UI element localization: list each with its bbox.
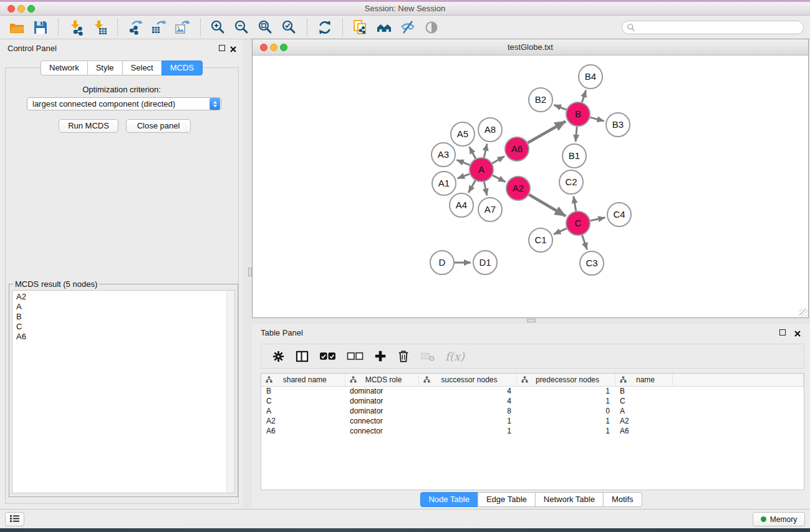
- cell-successor-nodes[interactable]: 1: [418, 416, 516, 426]
- tab-mcds[interactable]: MCDS: [162, 60, 203, 75]
- cell-successor-nodes[interactable]: 4: [418, 396, 516, 406]
- mcds-result-item[interactable]: A2: [16, 292, 224, 302]
- graph-node-B2[interactable]: B2: [529, 88, 552, 112]
- table-panel-float-icon[interactable]: [779, 329, 786, 336]
- refresh-button[interactable]: [315, 18, 335, 37]
- export-image-button[interactable]: [173, 18, 193, 37]
- cell-name[interactable]: A: [615, 406, 672, 416]
- table-panel-close-icon[interactable]: [794, 329, 801, 336]
- table-row[interactable]: A2connector11A2: [261, 416, 804, 426]
- tab-motifs[interactable]: Motifs: [603, 492, 642, 507]
- graph-edge-A-A6[interactable]: [492, 157, 504, 163]
- split-handle-left[interactable]: [248, 268, 252, 276]
- show-eye-button[interactable]: [422, 18, 441, 37]
- network-canvas[interactable]: ABCA2A6A1A3A4A5A7A8B1B2B3B4C1C2C3C4DD1: [253, 56, 808, 317]
- graph-edge-B-B4[interactable]: [582, 90, 586, 102]
- mcds-result-item[interactable]: C: [16, 322, 224, 332]
- graph-node-B3[interactable]: B3: [606, 113, 630, 137]
- cell-predecessor-nodes[interactable]: 1: [516, 386, 615, 396]
- cell-shared-name[interactable]: C: [261, 396, 345, 406]
- export-network-button[interactable]: [125, 18, 145, 37]
- cell-shared-name[interactable]: A: [261, 406, 345, 416]
- graph-edge-A-A5[interactable]: [470, 147, 476, 158]
- window-zoom-button[interactable]: [27, 5, 35, 12]
- close-panel-button[interactable]: Close panel: [126, 119, 191, 133]
- window-close-button[interactable]: [7, 5, 15, 12]
- graph-edge-A2-C[interactable]: [529, 195, 566, 216]
- cell-predecessor-nodes[interactable]: 1: [516, 416, 615, 426]
- graph-node-C[interactable]: C: [566, 211, 590, 235]
- graph-edge-A-A1[interactable]: [458, 174, 470, 178]
- graph-node-A1[interactable]: A1: [432, 172, 456, 195]
- network-window-minimize-button[interactable]: [270, 44, 277, 51]
- cell-name[interactable]: C: [615, 396, 672, 406]
- tab-edge-table[interactable]: Edge Table: [478, 492, 536, 507]
- memory-button[interactable]: Memory: [753, 512, 805, 526]
- graph-edge-A-A8[interactable]: [484, 143, 487, 157]
- graph-node-A4[interactable]: A4: [450, 193, 473, 217]
- column-header-name[interactable]: name: [615, 374, 672, 386]
- tab-network[interactable]: Network: [41, 60, 88, 75]
- graph-node-A7[interactable]: A7: [478, 198, 502, 221]
- graph-edge-B-B3[interactable]: [590, 117, 604, 121]
- copy-network-image-button[interactable]: [350, 18, 370, 37]
- run-mcds-button[interactable]: Run MCDS: [59, 119, 118, 133]
- graph-node-B1[interactable]: B1: [562, 144, 586, 168]
- settings-gear-button[interactable]: [272, 350, 285, 363]
- graph-node-B[interactable]: B: [566, 102, 590, 126]
- zoom-selected-button[interactable]: [279, 18, 299, 37]
- graph-edge-A-A3[interactable]: [456, 160, 470, 165]
- graph-node-A5[interactable]: A5: [451, 122, 475, 146]
- window-minimize-button[interactable]: [17, 5, 25, 12]
- column-header-shared-name[interactable]: shared name: [261, 374, 345, 386]
- graph-edge-A-A7[interactable]: [484, 182, 487, 196]
- cell-name[interactable]: A2: [615, 416, 672, 426]
- search-input[interactable]: [622, 21, 804, 34]
- open-session-button[interactable]: [7, 18, 27, 37]
- column-header-MCDS-role[interactable]: MCDS role: [345, 374, 418, 386]
- graph-node-C3[interactable]: C3: [580, 251, 604, 275]
- table-row[interactable]: Adominator80A: [261, 406, 804, 416]
- graph-node-D[interactable]: D: [430, 251, 454, 274]
- import-table-button[interactable]: [90, 18, 110, 37]
- graph-node-D1[interactable]: D1: [473, 251, 497, 274]
- tab-network-table[interactable]: Network Table: [535, 492, 604, 507]
- hide-glasses-button[interactable]: [398, 18, 418, 37]
- cell-shared-name[interactable]: B: [261, 386, 345, 396]
- delete-column-button[interactable]: [397, 350, 410, 362]
- tab-style[interactable]: Style: [87, 60, 123, 75]
- zoom-in-button[interactable]: [208, 18, 228, 37]
- graph-edge-A-A4[interactable]: [468, 180, 475, 193]
- list-scrollbar[interactable]: [226, 291, 234, 493]
- table-row[interactable]: Bdominator41B: [261, 386, 804, 396]
- graph-edge-C-C4[interactable]: [591, 218, 605, 221]
- graph-node-A2[interactable]: A2: [506, 177, 530, 200]
- mcds-result-item[interactable]: A6: [16, 332, 224, 342]
- graph-edge-A6-B[interactable]: [528, 121, 566, 143]
- table-row[interactable]: Cdominator41C: [261, 396, 804, 406]
- graph-node-A[interactable]: A: [470, 158, 493, 181]
- graph-node-A8[interactable]: A8: [478, 118, 502, 142]
- cell-name[interactable]: B: [615, 386, 672, 396]
- graph-node-C1[interactable]: C1: [529, 228, 552, 252]
- graph-node-C2[interactable]: C2: [559, 170, 583, 194]
- graph-node-B4[interactable]: B4: [579, 65, 602, 89]
- close-panel-icon[interactable]: [230, 45, 236, 51]
- graph-edge-C-C2[interactable]: [574, 196, 576, 211]
- graph-node-A6[interactable]: A6: [505, 137, 529, 161]
- network-window-zoom-button[interactable]: [280, 44, 287, 51]
- cell-successor-nodes[interactable]: 4: [418, 386, 516, 396]
- split-handle-bottom[interactable]: [527, 319, 536, 322]
- unselect-all-checkboxes-button[interactable]: [347, 352, 364, 361]
- column-header-successor-nodes[interactable]: successor nodes: [418, 374, 516, 386]
- cell-successor-nodes[interactable]: 8: [418, 406, 516, 416]
- zoom-fit-button[interactable]: [256, 18, 276, 37]
- network-window-close-button[interactable]: [260, 44, 268, 51]
- graph-edge-B-B2[interactable]: [554, 105, 566, 110]
- float-panel-icon[interactable]: [219, 45, 225, 51]
- cell-MCDS-role[interactable]: connector: [345, 426, 418, 436]
- mcds-result-item[interactable]: B: [16, 312, 224, 322]
- panel-columns-button[interactable]: [296, 350, 309, 363]
- table-row[interactable]: A6connector11A6: [261, 426, 804, 436]
- cell-MCDS-role[interactable]: dominator: [345, 406, 418, 416]
